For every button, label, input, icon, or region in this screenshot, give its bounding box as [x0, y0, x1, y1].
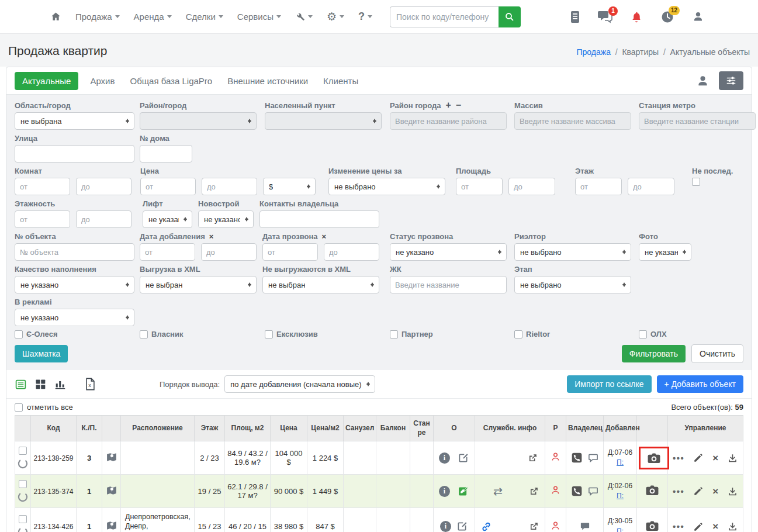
- excel-export-button[interactable]: x: [85, 378, 96, 391]
- info-icon[interactable]: [439, 452, 450, 464]
- rooms-from-input[interactable]: [15, 178, 70, 195]
- breadcrumb-link-prodazha[interactable]: Продажа: [576, 47, 610, 57]
- history-button[interactable]: 12: [660, 10, 674, 24]
- external-link-icon[interactable]: [527, 452, 538, 464]
- more-actions-button[interactable]: •••: [673, 521, 684, 531]
- row-checkbox[interactable]: [19, 480, 27, 488]
- search-button[interactable]: [499, 6, 521, 27]
- delete-icon[interactable]: ×: [712, 453, 718, 463]
- date-added-from-input[interactable]: [140, 243, 195, 261]
- camera-button[interactable]: [645, 485, 659, 496]
- object-code[interactable]: 213-134-426: [33, 523, 73, 531]
- edit-pencil-icon[interactable]: [693, 452, 704, 463]
- currency-select[interactable]: $: [263, 178, 316, 195]
- more-actions-button[interactable]: •••: [673, 453, 684, 463]
- object-number-input[interactable]: [15, 243, 134, 261]
- call-status-select[interactable]: не указано: [390, 243, 507, 261]
- owner-person-icon[interactable]: [550, 451, 561, 462]
- olx-checkbox[interactable]: [639, 330, 647, 338]
- row-checkbox[interactable]: [19, 447, 27, 455]
- region-select[interactable]: не выбрана: [15, 112, 134, 130]
- grid-view-button[interactable]: [34, 378, 46, 390]
- floor-from-input[interactable]: [575, 178, 622, 195]
- link-icon[interactable]: [480, 521, 492, 532]
- realtor-select[interactable]: не выбрано: [514, 243, 631, 261]
- street-input[interactable]: [15, 145, 134, 163]
- phone-icon[interactable]: [571, 452, 583, 464]
- quality-select[interactable]: не указано: [15, 276, 134, 293]
- nav-menu-sdelki[interactable]: Сделки: [186, 12, 223, 22]
- settlement-select[interactable]: [265, 112, 382, 130]
- tab-aktualnye[interactable]: Актуальные: [15, 72, 78, 90]
- added-p-link[interactable]: П:: [605, 527, 635, 532]
- nav-menu-tools[interactable]: [295, 12, 313, 22]
- profile-button[interactable]: [692, 11, 704, 23]
- external-link-icon[interactable]: [528, 521, 539, 532]
- filter-button[interactable]: Фильтровать: [622, 345, 686, 362]
- add-district-button[interactable]: +: [446, 101, 451, 110]
- house-number-input[interactable]: [140, 145, 192, 163]
- lift-select[interactable]: не указано: [143, 210, 192, 228]
- city-district-input[interactable]: [390, 112, 507, 130]
- price-change-select[interactable]: не выбрано: [328, 178, 445, 195]
- edit-note-icon[interactable]: [457, 485, 469, 498]
- newbuild-select[interactable]: не указано: [198, 210, 254, 228]
- massiv-input[interactable]: [514, 112, 631, 130]
- select-all-checkbox[interactable]: [15, 403, 23, 412]
- owner-person-icon[interactable]: [550, 485, 561, 496]
- edit-pencil-icon[interactable]: [693, 486, 704, 496]
- metro-input[interactable]: [639, 112, 756, 130]
- in-ads-select[interactable]: не указано: [15, 309, 134, 326]
- user-icon[interactable]: [696, 74, 709, 88]
- comment-bubble-icon[interactable]: [579, 521, 591, 532]
- price-from-input[interactable]: [140, 178, 196, 195]
- date-call-to-input[interactable]: [324, 243, 379, 261]
- rooms-to-input[interactable]: [76, 178, 131, 195]
- object-code[interactable]: 213-135-374: [33, 488, 73, 496]
- add-object-button[interactable]: + Добавить объект: [657, 375, 743, 393]
- catalog-button[interactable]: [570, 11, 580, 23]
- tab-klienty[interactable]: Клиенты: [323, 76, 358, 86]
- tab-obshchaya-baza[interactable]: Общая база LigaPro: [130, 76, 212, 86]
- owner-person-icon[interactable]: [550, 520, 561, 531]
- floors-total-to-input[interactable]: [76, 210, 131, 228]
- tab-vneshnie-istochniki[interactable]: Внешние источники: [227, 76, 308, 86]
- map-icon[interactable]: [105, 451, 118, 463]
- import-by-link-button[interactable]: Импорт по ссылке: [567, 375, 651, 393]
- edit-pencil-icon[interactable]: [693, 521, 704, 532]
- nav-menu-servisy[interactable]: Сервисы: [237, 12, 281, 22]
- comment-bubble-icon[interactable]: [587, 486, 599, 497]
- download-icon[interactable]: [727, 486, 738, 497]
- more-actions-button[interactable]: •••: [673, 486, 684, 496]
- download-icon[interactable]: [727, 452, 738, 464]
- floor-to-input[interactable]: [628, 178, 674, 195]
- not-last-checkbox[interactable]: [692, 178, 700, 186]
- filter-settings-button[interactable]: [719, 71, 743, 90]
- remove-district-button[interactable]: −: [456, 101, 461, 110]
- edit-note-icon[interactable]: [457, 452, 469, 464]
- floors-total-from-input[interactable]: [15, 210, 70, 228]
- complex-input[interactable]: [390, 276, 507, 293]
- notifications-button[interactable]: [630, 11, 643, 23]
- district-select[interactable]: [140, 112, 257, 130]
- list-view-button[interactable]: [15, 378, 27, 391]
- clear-date-added-button[interactable]: ×: [209, 232, 214, 241]
- object-code[interactable]: 213-138-259: [33, 454, 73, 462]
- search-input[interactable]: [390, 6, 499, 27]
- messages-button[interactable]: 1: [597, 11, 612, 23]
- added-p-link[interactable]: П:: [605, 458, 635, 468]
- comment-bubble-icon[interactable]: [587, 452, 599, 464]
- xml-excluded-select[interactable]: не выбран: [262, 276, 379, 293]
- stage-select[interactable]: не выбрано: [514, 276, 631, 293]
- price-to-input[interactable]: [202, 178, 257, 195]
- owner-contacts-input[interactable]: [259, 210, 379, 228]
- vlasnik-checkbox[interactable]: [140, 330, 148, 338]
- download-icon[interactable]: [727, 521, 738, 532]
- map-icon[interactable]: [105, 520, 118, 531]
- clear-date-call-button[interactable]: ×: [322, 232, 327, 241]
- info-icon[interactable]: [440, 521, 451, 532]
- date-call-from-input[interactable]: [262, 243, 318, 261]
- clear-button[interactable]: Очистить: [691, 344, 743, 363]
- external-link-icon[interactable]: [528, 486, 539, 497]
- area-to-input[interactable]: [508, 178, 555, 195]
